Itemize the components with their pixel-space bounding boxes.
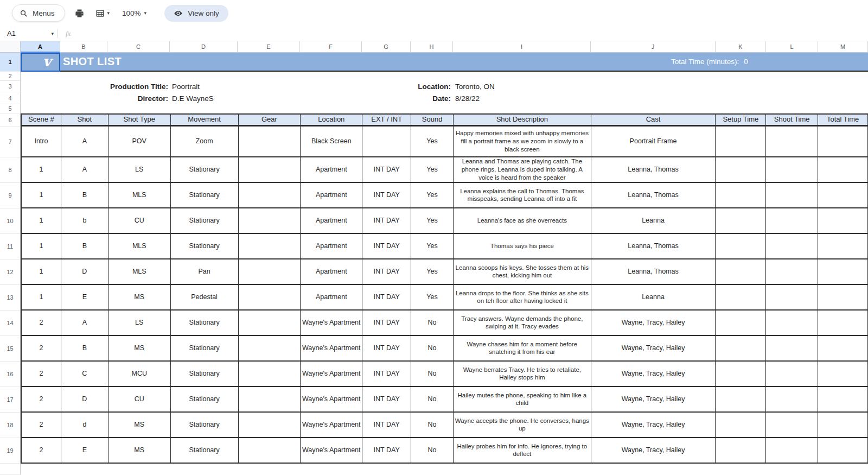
table-header-shot-type[interactable]: Shot Type — [108, 115, 171, 126]
cell-sound[interactable]: No — [411, 413, 454, 438]
cell-total-time[interactable] — [818, 183, 868, 208]
cell-shot-type[interactable]: MS — [108, 285, 171, 311]
cell-description[interactable]: Thomas says his piece — [454, 234, 591, 259]
cell-description[interactable]: Leanna and Thomas are playing catch. The… — [454, 157, 591, 183]
cell-cast[interactable]: Leanna, Thomas — [591, 183, 716, 208]
cell-sound[interactable]: No — [411, 336, 454, 362]
cell-scene[interactable]: 1 — [22, 259, 61, 285]
column-header-I[interactable]: I — [453, 41, 591, 53]
cell-location[interactable]: Apartment — [301, 157, 362, 183]
cell-shot-type[interactable]: MS — [108, 336, 171, 362]
row-header-3[interactable]: 3 — [0, 81, 21, 92]
cell-setup-time[interactable] — [716, 126, 766, 157]
cell-ext-int[interactable]: INT DAY — [362, 285, 411, 311]
row-header-8[interactable]: 8 — [0, 157, 21, 183]
cell-movement[interactable]: Stationary — [171, 362, 239, 387]
cell-sound[interactable]: No — [411, 362, 454, 387]
cell-total-time[interactable] — [818, 208, 868, 234]
cell-movement[interactable]: Stationary — [171, 336, 239, 362]
table-header-shot[interactable]: Shot — [61, 115, 108, 126]
cell-movement[interactable]: Stationary — [171, 208, 239, 234]
row-header-1[interactable]: 1 — [0, 53, 21, 72]
cell-gear[interactable] — [239, 336, 301, 362]
cell-location[interactable]: Apartment — [301, 183, 362, 208]
cell-movement[interactable]: Zoom — [171, 126, 239, 157]
cell-location[interactable]: Wayne's Apartment — [301, 438, 362, 464]
cell-setup-time[interactable] — [716, 438, 766, 464]
cell-location[interactable]: Apartment — [301, 208, 362, 234]
cell-scene[interactable]: 2 — [22, 387, 61, 413]
cell-total-time[interactable] — [818, 126, 868, 157]
cell-shot-type[interactable]: CU — [108, 387, 171, 413]
cell-cast[interactable]: Wayne, Tracy, Hailey — [591, 336, 716, 362]
print-button[interactable] — [73, 7, 86, 20]
row-header-6[interactable]: 6 — [0, 113, 21, 126]
cell-sound[interactable]: Yes — [411, 259, 454, 285]
cell-cast[interactable]: Leanna, Thomas — [591, 234, 716, 259]
cell-sound[interactable]: No — [411, 387, 454, 413]
cell-total-time[interactable] — [818, 438, 868, 464]
column-header-D[interactable]: D — [170, 41, 238, 53]
cell-description[interactable]: Leanna's face as she overreacts — [454, 208, 591, 234]
title-banner-cell[interactable]: v SHOT LIST Total Time (minutes):0 — [21, 53, 868, 72]
cell-sound[interactable]: Yes — [411, 183, 454, 208]
table-header-sound[interactable]: Sound — [411, 115, 454, 126]
row-header-17[interactable]: 17 — [0, 387, 21, 413]
cell-sound[interactable]: Yes — [411, 234, 454, 259]
cell-sound[interactable]: Yes — [411, 157, 454, 183]
cell-total-time[interactable] — [818, 259, 868, 285]
cell-scene[interactable]: Intro — [22, 126, 61, 157]
cell-shoot-time[interactable] — [766, 259, 818, 285]
row-header-2[interactable]: 2 — [0, 72, 21, 81]
cell-shot[interactable]: C — [61, 362, 108, 387]
cell-shoot-time[interactable] — [766, 336, 818, 362]
cell-location[interactable]: Apartment — [301, 234, 362, 259]
cell-ext-int[interactable] — [362, 126, 411, 157]
cell-movement[interactable]: Stationary — [171, 183, 239, 208]
table-header-cast[interactable]: Cast — [591, 115, 716, 126]
cell-cast[interactable]: Leanna — [591, 208, 716, 234]
cell-movement[interactable]: Pan — [171, 259, 239, 285]
cell-shot[interactable]: B — [61, 234, 108, 259]
column-header-B[interactable]: B — [60, 41, 107, 53]
cell-cast[interactable]: Leanna, Thomas — [591, 259, 716, 285]
cell-gear[interactable] — [239, 259, 301, 285]
cell-scene[interactable]: 2 — [22, 438, 61, 464]
cell-shot-type[interactable]: MS — [108, 413, 171, 438]
column-header-G[interactable]: G — [362, 41, 411, 53]
cell-scene[interactable]: 2 — [22, 336, 61, 362]
cell-cast[interactable]: Wayne, Tracy, Hailey — [591, 311, 716, 336]
cell-total-time[interactable] — [818, 311, 868, 336]
cell-location[interactable]: Wayne's Apartment — [301, 387, 362, 413]
cell-scene[interactable]: 1 — [22, 157, 61, 183]
name-box[interactable]: A1 ▾ — [0, 29, 54, 37]
cell-shoot-time[interactable] — [766, 208, 818, 234]
row-header-12[interactable]: 12 — [0, 259, 21, 285]
cell-location[interactable]: Wayne's Apartment — [301, 413, 362, 438]
cell-total-time[interactable] — [818, 336, 868, 362]
cell-shoot-time[interactable] — [766, 234, 818, 259]
cell-setup-time[interactable] — [716, 336, 766, 362]
cell-shoot-time[interactable] — [766, 157, 818, 183]
cell-description[interactable]: Tracy answers. Wayne demands the phone, … — [454, 311, 591, 336]
row-header-5[interactable]: 5 — [0, 104, 21, 113]
cell-setup-time[interactable] — [716, 183, 766, 208]
row-header-14[interactable]: 14 — [0, 311, 21, 336]
cell-shot-type[interactable]: LS — [108, 311, 171, 336]
view-only-button[interactable]: View only — [164, 5, 228, 22]
column-header-F[interactable]: F — [300, 41, 362, 53]
cell-shot[interactable]: B — [61, 336, 108, 362]
zoom-control[interactable]: 100% ▾ — [122, 9, 146, 17]
column-header-C[interactable]: C — [107, 41, 170, 53]
cell-description[interactable]: Leanna explains the call to Thomas. Thom… — [454, 183, 591, 208]
cell-movement[interactable]: Stationary — [171, 234, 239, 259]
cell-ext-int[interactable]: INT DAY — [362, 208, 411, 234]
cell-location[interactable]: Apartment — [301, 259, 362, 285]
table-header-scene[interactable]: Scene # — [22, 115, 61, 126]
cell-ext-int[interactable]: INT DAY — [362, 234, 411, 259]
row-header-19[interactable]: 19 — [0, 438, 21, 464]
cell-gear[interactable] — [239, 362, 301, 387]
cell-shot-type[interactable]: MLS — [108, 183, 171, 208]
table-header-movement[interactable]: Movement — [171, 115, 239, 126]
cell-shot-type[interactable]: MLS — [108, 234, 171, 259]
